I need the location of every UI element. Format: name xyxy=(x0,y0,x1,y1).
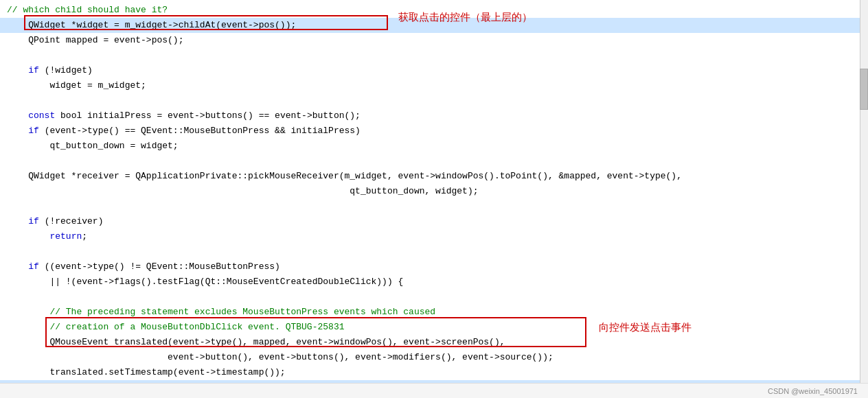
scrollbar-thumb[interactable] xyxy=(860,69,868,110)
code-line: qt_button_down = widget; xyxy=(0,139,868,154)
code-line: QWidget *receiver = QApplicationPrivate:… xyxy=(0,169,868,184)
bottom-bar: CSDN @weixin_45001971 xyxy=(0,383,868,398)
code-line: // creation of a MouseButtonDblClick eve… xyxy=(0,320,868,335)
code-line: || !(event->flags().testFlag(Qt::MouseEv… xyxy=(0,274,868,290)
code-line xyxy=(0,244,868,259)
code-line xyxy=(0,290,868,305)
annotation-label-2: 向控件发送点击事件 xyxy=(599,321,692,334)
code-line: return; xyxy=(0,229,868,244)
code-area: // which child should have it? QWidget *… xyxy=(0,0,868,398)
code-line xyxy=(0,154,868,169)
annotation-label-1: 获取点击的控件（最上层的） xyxy=(398,11,532,24)
scrollbar[interactable] xyxy=(860,0,868,398)
code-line: QMouseEvent translated(event->type(), ma… xyxy=(0,335,868,350)
code-line: qt_button_down, widget); xyxy=(0,184,868,199)
code-line: if (event->type() == QEvent::MouseButton… xyxy=(0,124,868,139)
code-line xyxy=(0,93,868,108)
code-line: translated.setTimestamp(event->timestamp… xyxy=(0,365,868,380)
code-line: event->button(), event->buttons(), event… xyxy=(0,350,868,365)
code-line: if (!receiver) xyxy=(0,214,868,229)
code-line: const bool initialPress = event->buttons… xyxy=(0,108,868,124)
code-line: widget = m_widget; xyxy=(0,78,868,93)
code-line xyxy=(0,48,868,63)
code-container: // which child should have it? QWidget *… xyxy=(0,0,868,398)
code-line: QPoint mapped = event->pos(); xyxy=(0,33,868,48)
watermark: CSDN @weixin_45001971 xyxy=(768,387,858,395)
code-line: // The preceding statement excludes Mous… xyxy=(0,305,868,320)
code-line: if ((event->type() != QEvent::MouseButto… xyxy=(0,259,868,274)
code-line: if (!widget) xyxy=(0,63,868,78)
code-line xyxy=(0,199,868,214)
